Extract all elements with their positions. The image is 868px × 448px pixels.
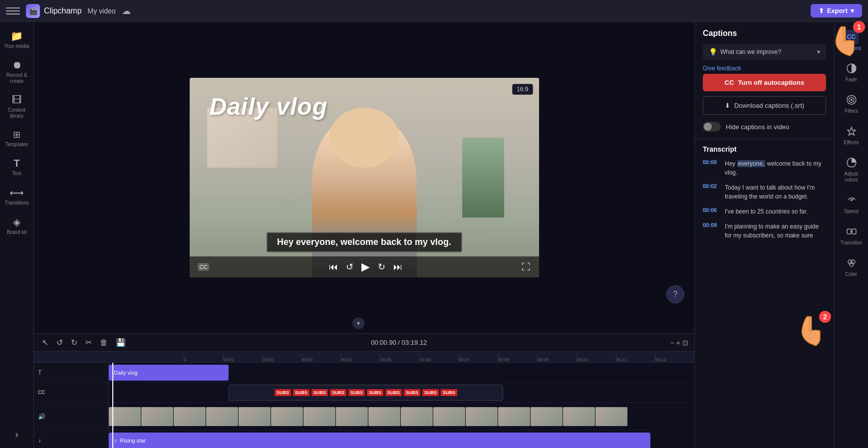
text-icon: T	[13, 158, 19, 169]
help-button[interactable]: ?	[666, 285, 684, 303]
subs-item-10: SUBS	[441, 389, 457, 396]
transcript-entry-3[interactable]: 00:09 I'm planning to make an easy guide…	[703, 222, 826, 240]
menu-button[interactable]	[6, 4, 20, 18]
subs-item-3: SUBS	[311, 389, 328, 396]
split-button[interactable]: ✂	[83, 336, 94, 349]
audio-clip[interactable]: ♪ Rising star	[109, 433, 650, 448]
tool-color[interactable]: Color	[837, 252, 867, 281]
forward-button[interactable]: ↻	[378, 261, 385, 272]
timeline-toolbar: ↖ ↺ ↻ ✂ 🗑 💾 00:00.90 / 03:19.12 − + ⊡	[34, 334, 694, 352]
tool-fade[interactable]: Fade	[837, 57, 867, 87]
video-thumb-5	[239, 407, 271, 426]
music-note-icon: ♪	[114, 437, 117, 444]
video-thumb-16	[595, 407, 627, 426]
subs-track-icon: CC	[38, 390, 45, 395]
fullscreen-button[interactable]: ⛶	[522, 262, 531, 272]
video-thumb-2	[141, 407, 173, 426]
video-track-content[interactable]	[109, 403, 694, 431]
video-thumb-11	[433, 407, 465, 426]
hide-captions-row: Hide captions in video	[703, 120, 826, 134]
fade-tool-icon	[845, 61, 859, 75]
tool-effects[interactable]: Effects	[837, 120, 867, 150]
timeline-zoom-controls: − + ⊡	[670, 339, 688, 347]
select-tool-button[interactable]: ↖	[40, 336, 50, 349]
video-track-label: 🔊	[34, 403, 109, 430]
tool-filters[interactable]: Filters	[837, 89, 867, 118]
tool-transition[interactable]: Transition	[837, 221, 867, 250]
ruler-mark-12: 00:12	[655, 354, 694, 362]
ruler-mark-8: 00:08	[498, 354, 538, 362]
export-icon: ⬆	[819, 7, 824, 14]
ruler-mark-6: 00:06	[419, 354, 459, 362]
topbar-right: ⬆ Export ▾	[811, 4, 862, 17]
video-thumb-8	[336, 407, 368, 426]
sidebar-item-text[interactable]: T Text	[2, 154, 32, 181]
video-thumb-1	[109, 407, 141, 426]
undo-button[interactable]: ↺	[54, 336, 65, 349]
left-sidebar: 📁 Your media ⏺ Record &create 🎞 Contentl…	[0, 22, 34, 448]
sidebar-expand-button[interactable]: ›	[2, 425, 32, 444]
export-button[interactable]: ⬆ Export ▾	[811, 4, 862, 17]
save-button[interactable]: 💾	[114, 336, 128, 349]
scroll-down-button[interactable]: ▾	[352, 317, 364, 329]
tool-captions[interactable]: CC Captions	[837, 26, 867, 55]
sidebar-item-record-create[interactable]: ⏺ Record &create	[2, 55, 32, 88]
video-overlay-title: Daily vlog	[210, 93, 328, 120]
video-title[interactable]: My video	[88, 7, 116, 15]
aspect-ratio-badge: 16:9	[512, 84, 533, 95]
ruler-mark-0: 0	[184, 354, 223, 362]
play-button[interactable]: ▶	[361, 260, 370, 273]
zoom-out-button[interactable]: −	[670, 339, 674, 347]
subs-track-row: CC SUBS SUBS SUBS SUBS SUBS SUBS SUBS SU	[34, 383, 694, 403]
ruler-marks: 0 00:01 00:02 00:03 00:04 00:05 00:06 00…	[184, 352, 694, 362]
sidebar-item-templates[interactable]: ⊞ Templates	[2, 125, 32, 152]
tool-adjust-colors[interactable]: Adjustcolors	[837, 152, 867, 187]
rewind-button[interactable]: ↺	[346, 261, 353, 272]
audio-icon: ♪	[38, 437, 41, 444]
video-thumb-7	[303, 407, 335, 426]
timeline: ↖ ↺ ↻ ✂ 🗑 💾 00:00.90 / 03:19.12 − + ⊡	[34, 333, 694, 448]
ruler-mark-4: 00:04	[341, 354, 380, 362]
subs-item-2: SUBS	[293, 389, 309, 396]
subs-item-1: SUBS	[275, 389, 291, 396]
transcript-entry-1[interactable]: 00:02 Today I want to talk about how I'm…	[703, 183, 826, 201]
hide-captions-toggle[interactable]	[703, 122, 721, 132]
video-thumb-9	[368, 407, 400, 426]
playhead[interactable]	[112, 363, 113, 448]
tool-speed[interactable]: Speed	[837, 189, 867, 219]
redo-button[interactable]: ↻	[69, 336, 79, 349]
text-clip[interactable]: Daily vlog	[109, 365, 229, 381]
sidebar-item-transitions[interactable]: ⟷ Transitions	[2, 183, 32, 210]
delete-button[interactable]: 🗑	[98, 336, 110, 349]
svg-point-3	[851, 99, 853, 101]
skip-back-button[interactable]: ⏮	[329, 262, 338, 272]
timeline-ruler: 0 00:01 00:02 00:03 00:04 00:05 00:06 00…	[34, 352, 694, 363]
sidebar-item-content-library[interactable]: 🎞 Contentlibrary	[2, 90, 32, 123]
transcript-entry-2[interactable]: 00:06 I've been to 25 countries so far.	[703, 207, 826, 216]
sidebar-item-your-media[interactable]: 📁 Your media	[2, 26, 32, 53]
text-track-content[interactable]: Daily vlog	[109, 363, 694, 382]
give-feedback-link[interactable]: Give feedback	[703, 65, 826, 74]
feedback-row[interactable]: 💡 What can we improve? ▾	[703, 44, 826, 60]
subs-track-content[interactable]: SUBS SUBS SUBS SUBS SUBS SUBS SUBS SUBS …	[109, 383, 694, 402]
timeline-tracks: T Daily vlog CC	[34, 363, 694, 448]
transcript-entry-0[interactable]: 00:00 Hey everyone, welcome back to my v…	[703, 159, 826, 177]
download-captions-button[interactable]: ⬇ Download captions (.srt)	[703, 96, 826, 115]
zoom-in-button[interactable]: +	[676, 339, 680, 347]
audio-track-content[interactable]: ♪ Rising star	[109, 431, 694, 448]
main-area: 📁 Your media ⏺ Record &create 🎞 Contentl…	[0, 22, 868, 448]
chevron-right-icon: ›	[15, 429, 18, 440]
turn-off-autocaptions-button[interactable]: CC Turn off autocaptions	[703, 74, 826, 91]
audio-track-label: ♪	[34, 431, 109, 448]
video-thumb-15	[563, 407, 595, 426]
fit-zoom-button[interactable]: ⊡	[682, 339, 688, 347]
sidebar-item-brand-kit[interactable]: ◈ Brand kit	[2, 212, 32, 239]
brand-kit-icon: ◈	[13, 216, 20, 228]
subs-item-6: SUBS	[367, 389, 383, 396]
cc-button[interactable]: CC	[198, 263, 210, 271]
captions-header: Captions 💡 What can we improve? ▾ Give f…	[695, 22, 834, 139]
video-clip[interactable]	[109, 403, 650, 431]
subs-clip[interactable]: SUBS SUBS SUBS SUBS SUBS SUBS SUBS SUBS …	[229, 385, 503, 401]
video-thumb-6	[271, 407, 303, 426]
skip-forward-button[interactable]: ⏭	[393, 262, 402, 272]
